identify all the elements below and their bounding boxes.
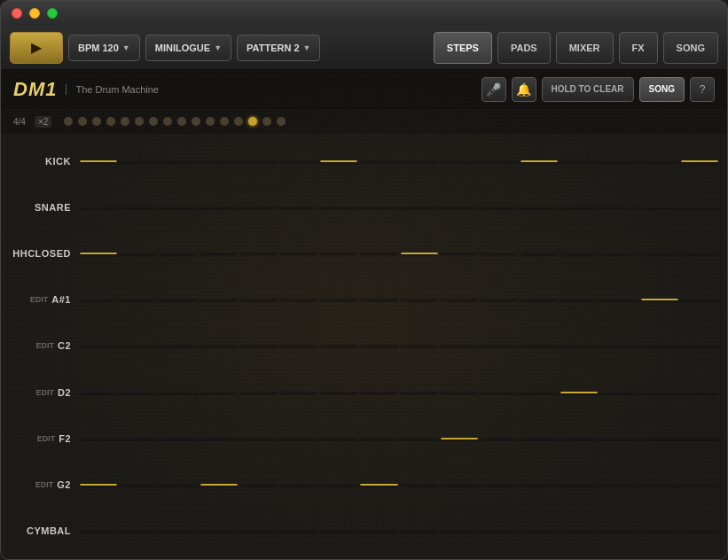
pad-2-11[interactable] [521,253,558,254]
step-dot-2[interactable] [78,117,87,126]
step-dot-15[interactable] [262,117,271,126]
pad-8-7[interactable] [360,530,397,532]
pad-4-1[interactable] [120,345,157,346]
pad-2-10[interactable] [481,253,518,254]
pad-4-6[interactable] [320,345,357,346]
pad-5-15[interactable] [681,392,718,393]
pad-2-6[interactable] [320,253,357,254]
pad-0-2[interactable] [160,160,197,162]
help-button[interactable]: ? [690,77,715,102]
pad-8-13[interactable] [600,530,638,532]
pad-1-4[interactable] [240,206,278,208]
pad-0-12[interactable] [560,160,598,162]
pad-4-2[interactable] [160,345,197,346]
pad-0-6[interactable] [320,160,357,162]
pad-1-1[interactable] [120,206,157,208]
pad-8-11[interactable] [521,530,558,532]
track-edit-label[interactable]: EDIT [30,295,49,304]
pad-8-3[interactable] [200,530,238,532]
pad-8-1[interactable] [120,530,157,532]
pad-1-8[interactable] [401,206,438,208]
pad-2-1[interactable] [120,253,157,254]
pad-5-8[interactable] [401,392,438,393]
pad-8-6[interactable] [320,530,357,532]
pad-6-4[interactable] [240,438,278,439]
pad-1-12[interactable] [560,206,598,208]
pad-6-14[interactable] [641,438,678,439]
hold-clear-button[interactable]: HOLD TO CLEAR [542,77,634,102]
pad-7-3[interactable] [200,484,238,486]
pad-6-2[interactable] [160,438,197,439]
pad-2-7[interactable] [360,253,397,254]
pad-6-7[interactable] [360,438,397,439]
pad-4-13[interactable] [600,345,638,346]
pad-7-4[interactable] [240,484,278,486]
pad-3-6[interactable] [320,299,357,300]
pad-2-5[interactable] [280,253,317,254]
track-edit-label[interactable]: EDIT [35,341,54,350]
maximize-button[interactable] [47,8,58,19]
pad-7-12[interactable] [560,484,598,486]
pad-3-7[interactable] [360,299,397,300]
pad-4-11[interactable] [521,345,558,346]
pad-2-15[interactable] [681,253,718,254]
pad-3-8[interactable] [401,299,438,300]
pad-1-14[interactable] [641,206,678,208]
pad-7-6[interactable] [320,484,357,486]
synth-control[interactable]: MINILOGUE ▼ [145,35,231,61]
pad-8-12[interactable] [560,530,598,532]
pad-0-0[interactable] [80,160,117,162]
pad-8-10[interactable] [481,530,518,532]
pad-1-13[interactable] [600,206,638,208]
step-dot-9[interactable] [177,117,186,126]
pad-6-8[interactable] [401,438,438,439]
pad-3-1[interactable] [120,299,157,300]
pad-5-10[interactable] [481,392,518,393]
pad-6-3[interactable] [200,438,238,439]
pad-7-9[interactable] [441,484,478,486]
pad-5-2[interactable] [160,392,197,393]
song-mode-button[interactable]: SONG [639,77,685,102]
tab-fx[interactable]: FX [619,32,658,64]
pad-6-10[interactable] [481,438,518,439]
pad-1-2[interactable] [160,206,197,208]
pad-3-14[interactable] [641,299,678,300]
pad-1-11[interactable] [521,206,558,208]
pad-4-15[interactable] [681,345,718,346]
pad-5-0[interactable] [80,392,117,393]
pad-6-5[interactable] [280,438,317,439]
pad-5-7[interactable] [360,392,397,393]
pad-7-13[interactable] [600,484,638,486]
track-edit-label[interactable]: EDIT [35,480,54,489]
pad-2-12[interactable] [560,253,598,254]
pad-1-15[interactable] [681,206,718,208]
pad-3-5[interactable] [280,299,317,300]
pad-2-0[interactable] [80,253,117,254]
step-dot-5[interactable] [121,117,129,126]
pad-1-9[interactable] [441,206,478,208]
pad-3-10[interactable] [481,299,518,300]
pad-3-9[interactable] [441,299,478,300]
pad-2-9[interactable] [441,253,478,254]
pad-6-1[interactable] [120,438,157,439]
pad-7-7[interactable] [360,484,397,486]
pad-3-13[interactable] [600,299,638,300]
pad-8-15[interactable] [681,530,718,532]
pad-3-3[interactable] [200,299,238,300]
pad-0-10[interactable] [481,160,518,162]
step-dot-3[interactable] [92,117,101,126]
step-dot-8[interactable] [163,117,172,126]
bpm-control[interactable]: BPM 120 ▼ [68,35,140,61]
pad-8-0[interactable] [80,530,117,532]
pad-7-0[interactable] [80,484,117,486]
pad-3-15[interactable] [681,299,718,300]
step-dot-7[interactable] [149,117,158,126]
pad-1-7[interactable] [360,206,397,208]
pad-7-14[interactable] [641,484,678,486]
pad-6-9[interactable] [441,438,478,439]
pad-8-5[interactable] [280,530,317,532]
pad-0-4[interactable] [240,160,278,162]
pad-0-15[interactable] [681,160,718,162]
pad-3-4[interactable] [240,299,278,300]
step-dot-10[interactable] [192,117,200,126]
